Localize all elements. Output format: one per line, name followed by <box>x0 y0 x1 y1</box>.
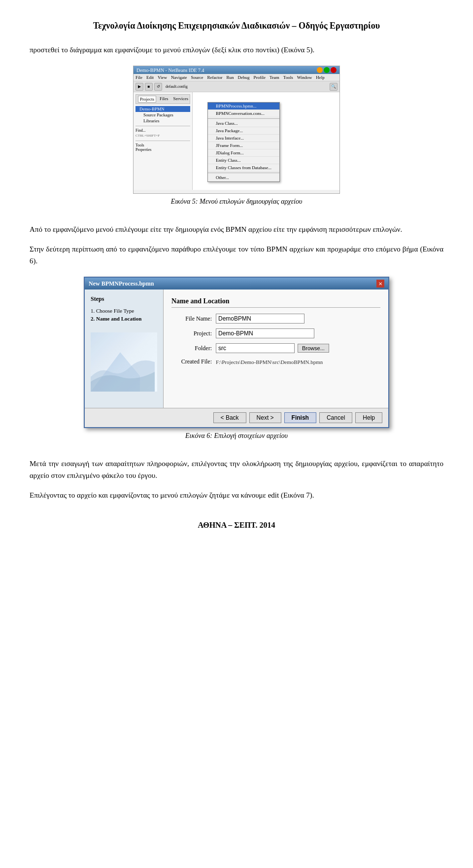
figure-5-container: Demo-BPMN - NetBeans IDE 7.4 File Edit V… <box>30 66 443 214</box>
menu-item-jdialog: JDialog Form... <box>208 149 279 157</box>
folder-input[interactable] <box>216 343 295 353</box>
menu-item-entity-from-db: Entity Classes from Database... <box>208 164 279 172</box>
text-after-fig6: Μετά την εισαγωγή των απαραίτητων πληροφ… <box>30 458 443 481</box>
menu-item-java-interface: Java Interface... <box>208 135 279 142</box>
dialog-title: New BPMNProcess.bpmn <box>89 280 154 288</box>
text-after-fig5-2: Στην δεύτερη περίπτωση από το εμφανιζόμε… <box>30 243 443 267</box>
nb-main-area: Projects Files Services Demo-BPMN Source… <box>134 92 339 190</box>
figure-6-caption: Εικόνα 6: Επιλογή στοιχείων αρχείου <box>185 432 288 440</box>
sidebar-tab-header: Projects Files Services <box>135 94 190 104</box>
context-menu: BPMNProcess.bpmn... BPMNConversation.con… <box>207 102 280 182</box>
nb-sidebar: Projects Files Services Demo-BPMN Source… <box>134 92 193 190</box>
created-file-label: Created File: <box>171 358 216 365</box>
folder-label: Folder: <box>171 345 216 352</box>
watermark-svg <box>91 337 155 392</box>
menu-item-conversation: BPMNConversation.cons... <box>208 110 279 117</box>
file-name-input[interactable] <box>216 314 304 324</box>
dialog-watermark <box>91 332 157 392</box>
created-file-row: Created File: F:\Projects\Demo-BPMN\src\… <box>171 358 380 365</box>
dialog-steps-panel: Steps 1. Choose File Type 2. Name and Lo… <box>85 289 164 408</box>
page-footer: ΑΘΗΝΑ – ΣΕΠΤ. 2014 <box>30 521 443 530</box>
page-title: Τεχνολογία Διοίκησης Επιχειρησιακών Διαδ… <box>30 20 443 32</box>
netbeans-toolbar: ▶ ■ ↺ default.config 🔍 <box>134 81 339 92</box>
menu-item-java-class: Java Class... <box>208 120 279 127</box>
back-button[interactable]: < Back <box>213 412 246 423</box>
tree-item-demobpmn: Demo-BPMN <box>135 106 190 112</box>
dialog-close-button[interactable]: ✕ <box>376 280 384 288</box>
browse-button[interactable]: Browse... <box>298 344 329 353</box>
text-after-fig5: Από το εμφανιζόμενο μενού επιλέγουμε είτ… <box>30 223 443 235</box>
project-label: Project: <box>171 330 216 337</box>
nb-content: BPMNProcess.bpmn... BPMNConversation.con… <box>193 92 339 190</box>
project-input[interactable] <box>216 328 314 338</box>
dialog-body: Steps 1. Choose File Type 2. Name and Lo… <box>85 289 388 408</box>
tree-item-libraries: Libraries <box>135 118 190 124</box>
help-button[interactable]: Help <box>355 412 382 423</box>
figure-6-container: New BPMNProcess.bpmn ✕ Steps 1. Choose F… <box>30 277 443 448</box>
intro-text: προστεθεί το διάγραμμα και εμφανίζουμε τ… <box>30 44 443 56</box>
created-file-value: F:\Projects\Demo-BPMN\src\DemoBPMN.bpmn <box>216 359 323 365</box>
folder-row: Folder: Browse... <box>171 343 380 353</box>
netbeans-title: Demo-BPMN - NetBeans IDE 7.4 <box>136 68 204 73</box>
project-row: Project: <box>171 328 380 338</box>
step-item-1: 1. Choose File Type <box>91 307 157 315</box>
toolbar-btn-2: ■ <box>145 83 153 91</box>
file-name-label: File Name: <box>171 315 216 323</box>
tree-item-source: Source Packages <box>135 112 190 118</box>
cancel-button[interactable]: Cancel <box>319 412 352 423</box>
netbeans-titlebar: Demo-BPMN - NetBeans IDE 7.4 <box>134 66 339 74</box>
steps-title: Steps <box>91 295 157 303</box>
screenshot-5: Demo-BPMN - NetBeans IDE 7.4 File Edit V… <box>133 66 340 194</box>
toolbar-btn-1: ▶ <box>135 83 143 91</box>
menu-item-bpmn: BPMNProcess.bpmn... <box>208 103 279 110</box>
dialog-main-panel: Name and Location File Name: Project: Fo… <box>164 289 388 408</box>
menu-item-other: Other... <box>208 174 279 181</box>
menu-item-entity-class: Entity Class... <box>208 157 279 164</box>
dialog-6: New BPMNProcess.bpmn ✕ Steps 1. Choose F… <box>84 277 389 428</box>
file-name-row: File Name: <box>171 314 380 324</box>
next-button[interactable]: Next > <box>249 412 281 423</box>
step-item-2: 2. Name and Location <box>91 315 157 323</box>
finish-button[interactable]: Finish <box>284 412 316 423</box>
figure-5-caption: Εικόνα 5: Μενού επιλογών δημιουργίας αρχ… <box>171 198 303 206</box>
dialog-section-title: Name and Location <box>171 297 380 308</box>
menu-item-jframe: JFrame Form... <box>208 142 279 149</box>
text-after-fig6-2: Επιλέγοντας το αρχείο και εμφανίζοντας τ… <box>30 489 443 501</box>
toolbar-btn-3: ↺ <box>154 83 162 91</box>
dialog-spacer <box>171 370 380 400</box>
netbeans-menubar: File Edit View Navigate Source Refactor … <box>134 74 339 81</box>
dialog-buttons: < Back Next > Finish Cancel Help <box>85 408 388 427</box>
menu-item-java-package: Java Package... <box>208 127 279 135</box>
dialog-titlebar: New BPMNProcess.bpmn ✕ <box>85 278 388 289</box>
toolbar-btn-4: 🔍 <box>330 83 338 91</box>
